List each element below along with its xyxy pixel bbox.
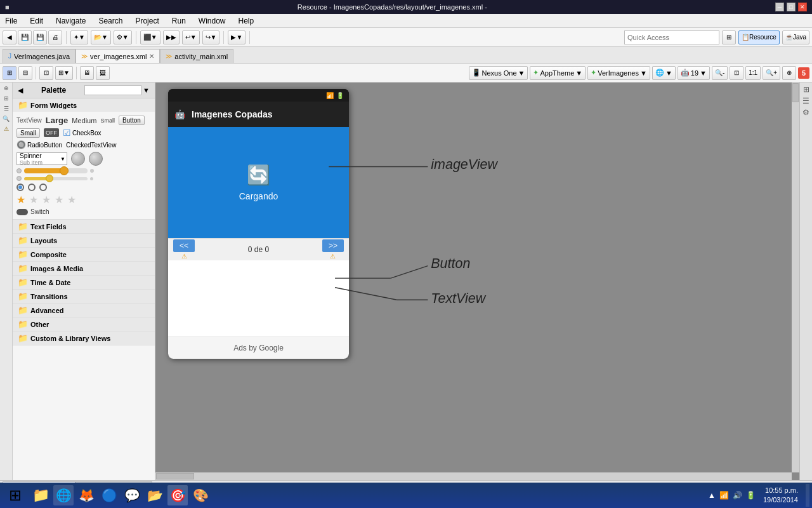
palette-section-header-composite[interactable]: 📁 Composite [13, 248, 155, 261]
menu-navigate[interactable]: Navigate [53, 15, 88, 27]
window-controls[interactable]: ─ □ ✕ [775, 3, 807, 11]
zoom-in-btn[interactable]: 🔍+ [763, 66, 780, 80]
device-selector[interactable]: 📱 Nexus One ▼ [469, 66, 528, 80]
scrollbar-thumb-v[interactable] [792, 83, 799, 102]
palette-section-header-other[interactable]: 📁 Other [13, 318, 155, 331]
layout-toggle-2[interactable]: ⊟ [18, 66, 32, 80]
radiobutton-widget[interactable]: 🔘 RadioButton [16, 140, 62, 149]
tray-arrow[interactable]: ▲ [708, 491, 716, 500]
error-indicator[interactable]: 5 [798, 67, 809, 79]
small-button-widget[interactable]: Small [16, 128, 40, 138]
toolbar-refactor[interactable]: ⚙▼ [114, 30, 132, 44]
zoom-actual-btn[interactable]: 1:1 [745, 66, 761, 80]
slider-track-2[interactable] [24, 177, 88, 180]
theme-selector[interactable]: ✦ AppTheme ▼ [530, 66, 586, 80]
resource-perspective[interactable]: 📋 Resource [738, 30, 780, 44]
star-5[interactable]: ★ [67, 194, 76, 206]
switch-track[interactable] [16, 209, 28, 215]
locale-selector[interactable]: 🌐 ▼ [652, 66, 676, 80]
button-widget[interactable]: Button [119, 116, 145, 125]
left-icon-4[interactable]: 🔍 [3, 116, 10, 122]
minimize-button[interactable]: ─ [775, 3, 784, 11]
menu-window[interactable]: Window [196, 15, 228, 27]
layout-fit[interactable]: ⊡ [39, 66, 53, 80]
palette-section-header-transitions[interactable]: 📁 Transitions [13, 290, 155, 303]
activity-selector[interactable]: ✦ VerImagenes ▼ [587, 66, 650, 80]
toolbar-new[interactable]: ✦▼ [70, 30, 88, 44]
zoom-fit-btn[interactable]: ⊡ [730, 66, 743, 80]
java-perspective[interactable]: ☕ Java [782, 30, 809, 44]
menu-edit[interactable]: Edit [27, 15, 46, 27]
taskbar-files[interactable]: 📂 [145, 485, 165, 505]
taskbar-firefox[interactable]: 🦊 [76, 485, 96, 505]
next-button[interactable]: >> [322, 239, 344, 252]
menu-run[interactable]: Run [169, 15, 188, 27]
right-icon-2[interactable]: ☰ [802, 97, 809, 105]
layout-toggle-1[interactable]: ⊞ [3, 66, 16, 80]
taskbar-explorer[interactable]: 📁 [30, 485, 51, 505]
taskbar-eclipse[interactable]: 🎯 [167, 485, 188, 505]
tab-activitymain[interactable]: ≫ activity_main.xml [160, 49, 233, 63]
palette-arrow[interactable]: ◀ [18, 86, 23, 95]
taskbar-paint[interactable]: 🎨 [190, 485, 211, 505]
close-button[interactable]: ✕ [798, 3, 807, 11]
toggle-off-widget[interactable]: OFF [44, 128, 59, 137]
toolbar-undo[interactable]: ↩▼ [182, 30, 200, 44]
taskbar-ie[interactable]: 🌐 [53, 485, 74, 505]
palette-section-header-advanced[interactable]: 📁 Advanced [13, 304, 155, 317]
toolbar-nav1[interactable]: ⬛▼ [140, 30, 160, 44]
star-1[interactable]: ★ [16, 194, 25, 206]
toolbar-redo[interactable]: ↪▼ [202, 30, 220, 44]
menu-search[interactable]: Search [96, 15, 125, 27]
radio-circle-1[interactable] [16, 184, 24, 191]
left-icon-1[interactable]: ⊕ [4, 85, 9, 91]
star-3[interactable]: ★ [42, 194, 51, 206]
show-desktop-button[interactable] [806, 484, 809, 507]
palette-section-header-layouts[interactable]: 📁 Layouts [13, 234, 155, 247]
slider-track-1[interactable] [24, 168, 88, 173]
slider-thumb-2[interactable] [46, 175, 53, 182]
palette-section-header-images[interactable]: 📁 Images & Media [13, 262, 155, 275]
zoom-out-btn[interactable]: 🔍- [712, 66, 728, 80]
menu-help[interactable]: Help [236, 15, 257, 27]
toolbar-open[interactable]: 📂▼ [91, 30, 111, 44]
star-2[interactable]: ★ [29, 194, 38, 206]
left-icon-3[interactable]: ☰ [4, 105, 9, 112]
prev-button[interactable]: << [173, 239, 195, 252]
slider-thumb-1[interactable] [60, 166, 69, 175]
toolbar-nav2[interactable]: ▶▶ [163, 30, 180, 44]
knob-widget-1[interactable] [71, 152, 85, 166]
palette-section-header-time[interactable]: 📁 Time & Date [13, 276, 155, 289]
scrollbar-thumb-h[interactable] [156, 473, 194, 479]
toolbar-save[interactable]: 💾 [33, 30, 47, 44]
palette-section-header-textfields[interactable]: 📁 Text Fields [13, 220, 155, 233]
left-icon-2[interactable]: ⊞ [4, 95, 9, 102]
toolbar-save-all[interactable]: 💾 [18, 30, 32, 44]
right-icon-1[interactable]: ⊞ [803, 85, 809, 94]
taskbar-skype[interactable]: 💬 [122, 485, 142, 505]
checkbox-widget[interactable]: ☑ CheckBox [63, 128, 102, 138]
scrollbar-vertical[interactable] [792, 83, 799, 472]
menu-file[interactable]: File [3, 15, 20, 27]
quick-access-input[interactable] [624, 30, 719, 44]
palette-dropdown[interactable]: ▼ [143, 86, 150, 94]
toolbar-perspective[interactable]: ⊞ [722, 30, 736, 44]
zoom-in-2[interactable]: ⊕ [782, 66, 796, 80]
spinner-widget[interactable]: Spinner Sub Item ▼ [16, 152, 67, 165]
taskbar-clock[interactable]: 10:55 p.m. 19/03/2014 [763, 486, 803, 505]
tray-battery[interactable]: 🔋 [746, 491, 756, 500]
star-4[interactable]: ★ [55, 194, 63, 206]
tray-volume[interactable]: 🔊 [733, 491, 742, 500]
taskbar-chrome[interactable]: 🔵 [99, 485, 119, 505]
tray-network[interactable]: 📶 [719, 491, 729, 500]
right-icon-3[interactable]: ⚙ [802, 108, 809, 117]
tab-verimagenesxml[interactable]: ≫ ver_imagenes.xml ✕ [75, 49, 160, 63]
toolbar-back[interactable]: ◀ [3, 30, 16, 44]
layout-render-2[interactable]: 🖼 [96, 66, 110, 80]
palette-section-header-custom[interactable]: 📁 Custom & Library Views [13, 331, 155, 345]
api-selector[interactable]: 🤖 19 ▼ [678, 66, 710, 80]
tab-close-button[interactable]: ✕ [149, 53, 154, 60]
scrollbar-horizontal[interactable] [155, 472, 792, 480]
layout-render-1[interactable]: 🖥 [80, 66, 94, 80]
left-icon-5[interactable]: ⚠ [4, 126, 9, 132]
